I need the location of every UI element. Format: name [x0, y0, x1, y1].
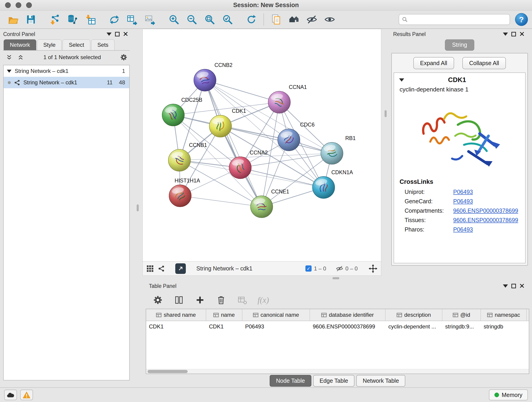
network-edge[interactable] [205, 80, 262, 207]
tab-network[interactable]: Network [4, 39, 36, 50]
cloud-status-button[interactable] [4, 390, 17, 400]
collapse-all-button[interactable] [5, 53, 13, 61]
left-splitter[interactable] [133, 29, 143, 387]
splitter-handle[interactable] [332, 277, 339, 279]
crosslink-link[interactable]: 9606.ENSP00000378699 [453, 217, 518, 223]
network-node-cdk1[interactable]: CDK1 [209, 108, 246, 137]
warnings-button[interactable] [20, 390, 33, 400]
delete-column-button[interactable] [215, 293, 228, 307]
open-session-button[interactable] [4, 12, 22, 27]
crosslink-link[interactable]: P06493 [453, 198, 473, 205]
table-cell[interactable]: cyclin-dependent ... [386, 321, 443, 332]
tab-edge-table[interactable]: Edge Table [313, 375, 355, 387]
splitter-handle[interactable] [137, 204, 139, 211]
table-panel-close-button[interactable]: ✕ [518, 282, 526, 290]
table-panel-float-button[interactable] [510, 282, 518, 290]
minimize-window-button[interactable] [16, 2, 21, 8]
control-panel-close-button[interactable]: ✕ [121, 30, 130, 38]
network-options-button[interactable] [120, 53, 128, 61]
table-options-button[interactable] [151, 293, 165, 307]
horizontal-splitter[interactable] [143, 276, 529, 281]
results-panel-float-button[interactable] [510, 30, 518, 38]
tab-select[interactable]: Select [63, 39, 90, 50]
export-table-button[interactable] [123, 12, 141, 27]
import-network-file-button[interactable] [46, 12, 64, 27]
network-edge[interactable] [180, 196, 262, 207]
collapse-all-button[interactable]: Collapse All [462, 57, 506, 69]
delete-table-button-disabled[interactable] [235, 293, 249, 307]
table-cell[interactable]: stringdb [481, 321, 527, 332]
show-all-button[interactable] [321, 12, 339, 27]
expand-all-button[interactable] [17, 53, 25, 61]
results-panel-menu-button[interactable] [501, 30, 510, 38]
column-header-description[interactable]: description [386, 309, 443, 321]
pan-crosshair-icon[interactable] [369, 264, 377, 273]
table-panel-menu-button[interactable] [501, 282, 510, 290]
network-share-icon[interactable] [158, 265, 165, 272]
disclosure-triangle-icon[interactable] [399, 78, 404, 82]
table-cell[interactable]: CDK1 [206, 321, 242, 332]
zoom-window-button[interactable] [26, 2, 32, 8]
crosslink-link[interactable]: P06493 [453, 226, 473, 233]
table-horizontal-scrollbar[interactable] [146, 369, 529, 374]
refresh-view-button[interactable] [242, 12, 260, 27]
network-collection-row[interactable]: String Network – cdk1 1 [4, 65, 129, 77]
expand-all-button[interactable]: Expand All [413, 57, 454, 69]
scrollbar-thumb[interactable] [147, 370, 188, 373]
splitter-handle[interactable] [385, 110, 387, 117]
column-header-namespac[interactable]: namespac [481, 309, 527, 321]
crosslink-link[interactable]: P06493 [453, 189, 473, 195]
network-edge[interactable] [179, 80, 205, 160]
tab-sets[interactable]: Sets [91, 39, 114, 50]
network-node-ccna1[interactable]: CCNA1 [268, 84, 307, 113]
function-builder-button-disabled[interactable]: f(x) [257, 293, 270, 307]
network-node-cdkn1a[interactable]: CDKN1A [312, 169, 353, 198]
results-panel-close-button[interactable]: ✕ [518, 30, 526, 38]
tab-node-table[interactable]: Node Table [270, 375, 311, 387]
add-column-button[interactable] [193, 293, 207, 307]
network-node-cdc25b[interactable]: CDC25B [162, 97, 202, 126]
first-neighbors-button[interactable] [285, 12, 303, 27]
tab-style[interactable]: Style [37, 39, 62, 50]
crosslink-link[interactable]: 9606.ENSP00000378699 [453, 207, 518, 214]
show-columns-button[interactable] [172, 293, 186, 307]
search-input[interactable] [410, 16, 507, 23]
network-edge[interactable] [205, 80, 279, 102]
control-panel-menu-button[interactable] [105, 30, 113, 38]
network-node-hist1h1a[interactable]: HIST1H1A [169, 178, 200, 207]
column-header-name[interactable]: name [206, 309, 242, 321]
network-graph[interactable]: CCNB2CCNA1CDC25BCDK1CDC6RB1CCNB1CCNA2CDK… [143, 29, 381, 261]
control-panel-float-button[interactable] [113, 30, 121, 38]
birdseye-grid-icon[interactable] [146, 265, 154, 272]
zoom-fit-button[interactable] [201, 12, 219, 27]
table-row[interactable]: CDK1CDK1P064939606.ENSP00000378699cyclin… [146, 321, 529, 332]
detach-view-button[interactable] [175, 263, 186, 274]
column-header--id[interactable]: @id [443, 309, 481, 321]
table-cell[interactable]: CDK1 [146, 321, 206, 332]
column-header-database-identifier[interactable]: database identifier [310, 309, 386, 321]
export-image-button[interactable] [141, 12, 159, 27]
tab-network-table[interactable]: Network Table [356, 375, 405, 387]
new-network-from-selection-button[interactable] [105, 12, 123, 27]
right-splitter[interactable] [381, 29, 390, 276]
table-cell[interactable]: stringdb:9... [443, 321, 481, 332]
column-header-shared-name[interactable]: shared name [146, 309, 206, 321]
table-cell[interactable]: P06493 [242, 321, 310, 332]
network-edge[interactable] [220, 126, 332, 153]
zoom-out-button[interactable] [183, 12, 201, 27]
network-node-rb1[interactable]: RB1 [321, 135, 355, 164]
memory-button[interactable]: Memory [489, 389, 528, 400]
selected-checkbox-icon[interactable]: ✓ [305, 265, 312, 272]
zoom-in-button[interactable] [165, 12, 183, 27]
tab-string[interactable]: String [445, 39, 474, 51]
network-canvas[interactable]: CCNB2CCNA1CDC25BCDK1CDC6RB1CCNB1CCNA2CDK… [143, 29, 381, 262]
hide-selected-button[interactable] [303, 12, 321, 27]
hidden-eye-slash-icon[interactable] [336, 265, 343, 272]
import-table-button[interactable] [82, 12, 99, 27]
network-row[interactable]: String Network – cdk1 11 48 [4, 77, 129, 88]
network-node-ccne1[interactable]: CCNE1 [250, 189, 289, 218]
close-window-button[interactable] [5, 2, 11, 8]
save-session-button[interactable] [22, 12, 40, 27]
network-node-ccnb1[interactable]: CCNB1 [168, 142, 207, 171]
import-network-database-button[interactable] [64, 12, 82, 27]
